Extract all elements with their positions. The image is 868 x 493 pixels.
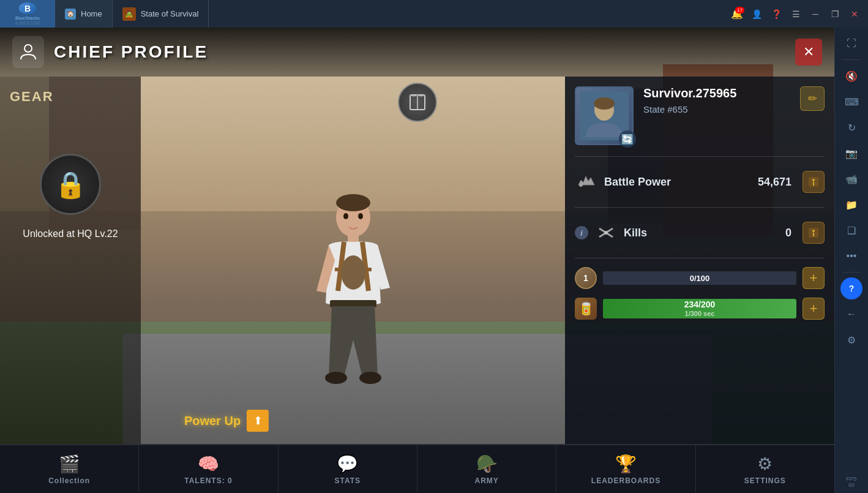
profile-header-icon	[12, 36, 44, 68]
restore-button[interactable]: ❐	[826, 6, 844, 23]
bottom-navigation: 🎬 Collection 🧠 TALENTS: 0 💬 STATS 🪖 ARMY…	[0, 444, 834, 493]
sidebar-divider-2	[842, 272, 861, 273]
food-bar: 234/200 1/300 sec	[603, 299, 796, 318]
avatar-refresh-button[interactable]: 🔄	[619, 130, 636, 148]
screenshot-icon[interactable]: 📷	[840, 142, 862, 164]
help-circle-icon[interactable]: ?	[840, 277, 862, 299]
help-icon[interactable]: ❓	[768, 6, 785, 23]
divider-3	[575, 258, 825, 258]
layers-icon[interactable]: ❑	[840, 219, 862, 241]
battle-power-detail-button[interactable]	[803, 171, 825, 193]
keyboard-icon[interactable]: ⌨	[840, 91, 862, 113]
stats-icon: 💬	[337, 454, 358, 474]
nav-leaderboards[interactable]: 🏆 LEADERBOARDS	[556, 445, 695, 493]
nav-settings[interactable]: ⚙ SETTINGS	[696, 445, 834, 493]
leaderboards-label: LEADERBOARDS	[591, 476, 660, 485]
folder-icon[interactable]: 📁	[840, 194, 862, 216]
minimize-button[interactable]: ─	[807, 6, 824, 23]
food-rate: 1/300 sec	[685, 310, 715, 318]
power-up-button[interactable]: Power Up ⬆	[184, 410, 269, 432]
kills-detail-button[interactable]	[803, 222, 825, 244]
svg-point-7	[325, 372, 347, 384]
edit-profile-button[interactable]: ✏	[800, 86, 825, 111]
battle-power-row: Battle Power 54,671	[575, 165, 825, 198]
power-up-icon: ⬆	[247, 410, 269, 432]
close-profile-button[interactable]: ✕	[795, 39, 822, 66]
bs-name: BlueStacks	[15, 15, 40, 21]
game-area: CHIEF PROFILE ✕ GEAR 🔒 Unlocked at HQ Lv…	[0, 28, 834, 493]
sidebar-divider-1	[842, 59, 861, 60]
game-tab-icon: 🧟	[122, 7, 136, 21]
food-resource-row: 🥫 234/200 1/300 sec +	[575, 298, 825, 320]
game-tab-label: State of Survival	[141, 9, 199, 18]
profile-panel: 🔄 Survivor.275965 State #655 ✏ Battle Po	[565, 77, 834, 444]
svg-point-16	[812, 179, 815, 181]
home-tab-label: Home	[81, 9, 102, 18]
bs-icon: B	[19, 2, 36, 14]
settings-gear-icon[interactable]: ⚙	[840, 329, 862, 351]
kills-info-badge[interactable]: i	[575, 226, 588, 239]
army-label: ARMY	[474, 476, 498, 485]
collection-icon: 🎬	[59, 454, 80, 474]
window-controls: 🔔 17 👤 ❓ ☰ ─ ❐ ✕	[728, 6, 868, 23]
profile-header-row: 🔄 Survivor.275965 State #655 ✏	[575, 86, 825, 148]
character-figure	[268, 162, 439, 444]
power-up-label: Power Up	[184, 414, 241, 428]
sound-icon[interactable]: 🔇	[840, 65, 862, 87]
svg-point-14	[579, 183, 583, 187]
army-icon: 🪖	[476, 454, 498, 474]
nav-talents[interactable]: 🧠 TALENTS: 0	[139, 445, 278, 493]
level-add-button[interactable]: +	[803, 267, 825, 289]
profile-title: CHIEF PROFILE	[54, 42, 208, 62]
tab-game[interactable]: 🧟 State of Survival	[113, 0, 209, 28]
character-area	[141, 77, 565, 444]
gear-panel: GEAR 🔒 Unlocked at HQ Lv.22	[0, 77, 141, 444]
notification-count: 17	[735, 7, 744, 13]
fullscreen-icon[interactable]: ⛶	[840, 32, 862, 55]
nav-stats[interactable]: 💬 STATS	[279, 445, 417, 493]
profile-info: Survivor.275965 State #655	[643, 86, 793, 115]
level-badge: 1	[575, 267, 597, 289]
profile-header: CHIEF PROFILE ✕	[0, 28, 834, 77]
video-icon[interactable]: 📹	[840, 168, 862, 190]
titlebar: B BlueStacks 4.260.0.1032 🏠 Home 🧟 State…	[0, 0, 868, 28]
food-icon: 🥫	[575, 298, 597, 320]
battle-power-label: Battle Power	[604, 176, 752, 189]
close-button[interactable]: ✕	[846, 6, 863, 23]
kills-value: 0	[785, 227, 791, 239]
food-value-display: 234/200 1/300 sec	[603, 299, 796, 318]
svg-point-3	[336, 194, 370, 211]
tab-home[interactable]: 🏠 Home	[55, 0, 113, 28]
stats-label: STATS	[335, 476, 361, 485]
svg-point-10	[358, 213, 363, 219]
battle-power-value: 54,671	[758, 176, 791, 189]
collection-label: Collection	[48, 476, 90, 485]
kills-label: Kills	[624, 227, 779, 239]
fps-counter: FPS 60	[846, 476, 857, 488]
avatar-wrap: 🔄	[575, 86, 636, 148]
svg-point-6	[341, 255, 365, 290]
account-icon[interactable]: 👤	[748, 6, 765, 23]
svg-point-20	[604, 231, 608, 235]
back-arrow-icon[interactable]: ←	[840, 303, 862, 325]
food-add-button[interactable]: +	[803, 298, 825, 320]
kills-icon	[594, 221, 618, 244]
profile-state: State #655	[643, 104, 793, 115]
gear-unlock-text: Unlocked at HQ Lv.22	[23, 227, 118, 241]
nav-collection[interactable]: 🎬 Collection	[0, 445, 139, 493]
nav-army[interactable]: 🪖 ARMY	[417, 445, 556, 493]
food-current-max: 234/200	[684, 299, 716, 310]
bs-version: 4.260.0.1032	[15, 21, 40, 25]
more-options-icon[interactable]: •••	[840, 245, 862, 267]
leaderboards-icon: 🏆	[615, 454, 637, 474]
home-tab-icon: 🏠	[65, 9, 76, 20]
svg-point-0	[24, 45, 32, 52]
menu-icon[interactable]: ☰	[787, 6, 804, 23]
svg-point-22	[812, 230, 815, 232]
talents-label: TALENTS: 0	[184, 476, 232, 485]
svg-point-13	[594, 97, 615, 110]
rotate-icon[interactable]: ↻	[840, 116, 862, 138]
svg-point-9	[343, 213, 348, 219]
notification-bell[interactable]: 🔔 17	[728, 6, 746, 23]
gear-title: GEAR	[10, 89, 54, 105]
